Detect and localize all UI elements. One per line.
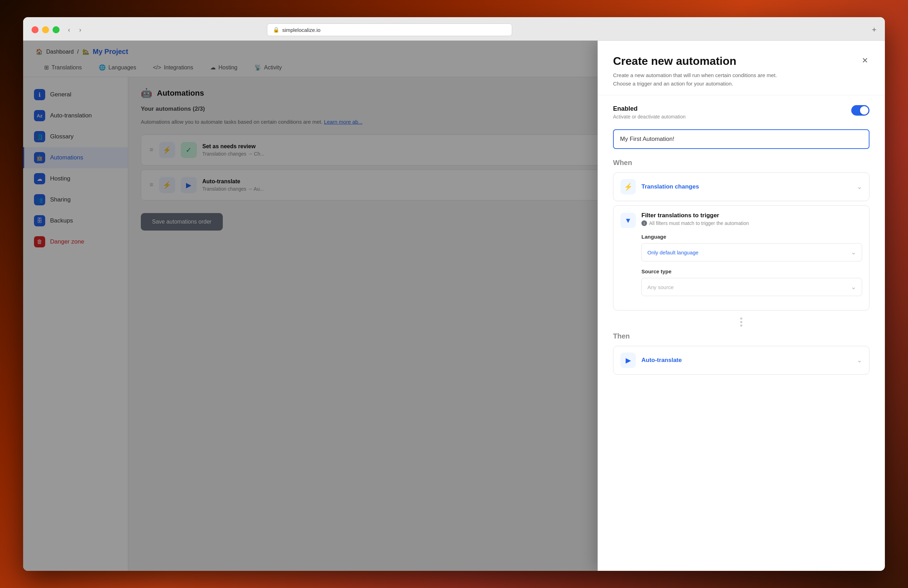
trigger-chevron-icon: ⌄ xyxy=(857,183,862,191)
browser-nav: ‹ › xyxy=(65,25,84,35)
add-tab-button[interactable]: + xyxy=(872,25,876,34)
language-chevron-icon: ⌄ xyxy=(851,248,856,256)
address-bar[interactable]: 🔒 simplelocalize.io xyxy=(267,24,512,36)
forward-button[interactable]: › xyxy=(76,25,84,35)
modal-overlay: Create new automation Create a new autom… xyxy=(23,41,885,571)
language-label: Language xyxy=(641,234,862,240)
modal-body: Enabled Activate or deactivate automatio… xyxy=(597,95,885,571)
source-type-chevron-icon: ⌄ xyxy=(851,283,856,291)
minimize-button[interactable] xyxy=(42,26,49,33)
modal-close-button[interactable]: ✕ xyxy=(860,55,869,66)
action-card: ▶ Auto-translate ⌄ xyxy=(613,346,869,375)
source-type-value: Any source xyxy=(647,284,674,290)
action-header[interactable]: ▶ Auto-translate ⌄ xyxy=(613,346,869,374)
enabled-desc: Activate or deactivate automation xyxy=(613,114,686,119)
dot-1 xyxy=(740,317,742,320)
filter-icon: ▼ xyxy=(620,213,636,228)
trigger-name: Translation changes xyxy=(641,183,851,190)
dot-3 xyxy=(740,324,742,327)
filter-subtitle: i All filters must match to trigger the … xyxy=(641,221,862,226)
trigger-header[interactable]: ⚡ Translation changes ⌄ xyxy=(613,173,869,201)
modal-panel: Create new automation Create a new autom… xyxy=(597,41,885,571)
info-icon: i xyxy=(641,221,647,226)
filter-header: ▼ Filter translations to trigger i All f… xyxy=(613,206,869,228)
modal-header: Create new automation Create a new autom… xyxy=(597,41,885,95)
filter-info: Filter translations to trigger i All fil… xyxy=(641,212,862,226)
enabled-row: Enabled Activate or deactivate automatio… xyxy=(613,105,869,119)
filter-title: Filter translations to trigger xyxy=(641,212,862,219)
filter-body: Language Only default language ⌄ Source … xyxy=(613,228,869,310)
enabled-toggle[interactable] xyxy=(851,105,869,116)
filter-card: ▼ Filter translations to trigger i All f… xyxy=(613,205,869,311)
language-select[interactable]: Only default language ⌄ xyxy=(641,243,862,261)
trigger-card: ⚡ Translation changes ⌄ xyxy=(613,172,869,201)
url-text: simplelocalize.io xyxy=(282,27,320,33)
source-type-select[interactable]: Any source ⌄ xyxy=(641,278,862,296)
dots-connector xyxy=(613,315,869,329)
toggle-knob xyxy=(860,106,868,114)
action-icon: ▶ xyxy=(620,353,636,368)
trigger-icon: ⚡ xyxy=(620,179,636,195)
action-name: Auto-translate xyxy=(641,357,851,364)
action-chevron-icon: ⌄ xyxy=(857,356,862,364)
enabled-label: Enabled xyxy=(613,105,686,113)
close-button[interactable] xyxy=(32,26,39,33)
dot-2 xyxy=(740,321,742,323)
traffic-lights xyxy=(32,26,60,33)
language-value: Only default language xyxy=(647,250,699,255)
when-label: When xyxy=(613,159,869,167)
source-type-label: Source type xyxy=(641,268,862,274)
then-label: Then xyxy=(613,332,869,340)
modal-title: Create new automation xyxy=(613,55,777,68)
maximize-button[interactable] xyxy=(53,26,60,33)
modal-desc: Create a new automation that will run wh… xyxy=(613,71,777,88)
back-button[interactable]: ‹ xyxy=(65,25,73,35)
automation-name-input[interactable] xyxy=(613,129,869,149)
lock-icon: 🔒 xyxy=(273,27,280,33)
